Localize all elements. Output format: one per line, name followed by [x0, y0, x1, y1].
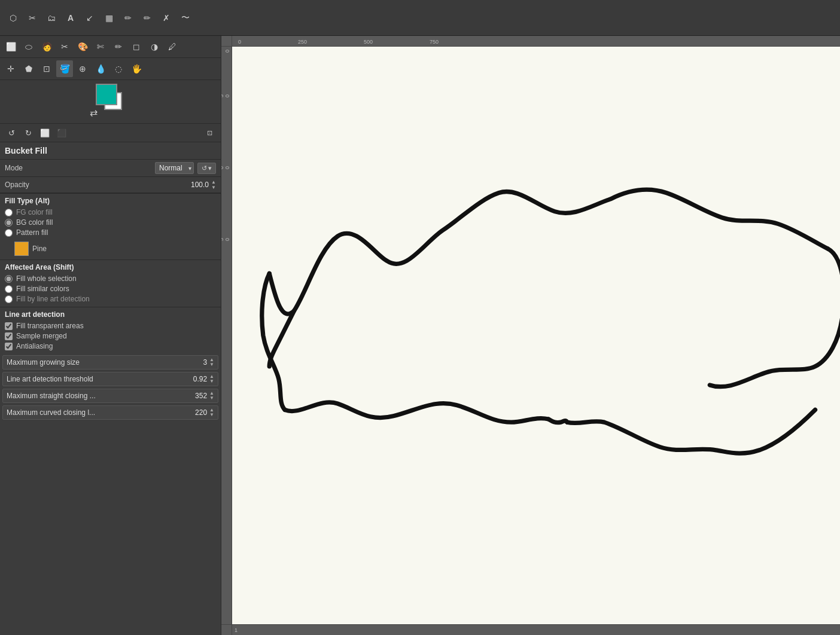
options-color-mode-icon[interactable]: ⬜ [38, 126, 51, 139]
tool-icon-fuzzy-select[interactable]: ✂ [56, 38, 73, 55]
toolbar-icon-2[interactable]: ✂ [24, 10, 41, 26]
toolbar-icon-5[interactable]: ↙ [81, 10, 98, 26]
color-area: ⇄ [0, 80, 221, 124]
toolbar-icon-3[interactable]: 🗂 [43, 10, 60, 26]
canvas-area[interactable]: 0 250 500 750 0 250 500 750 1 [221, 36, 840, 635]
pattern-swatch-row[interactable]: Pine [0, 240, 221, 260]
pattern-swatch[interactable] [14, 242, 29, 256]
canvas-white[interactable] [232, 47, 840, 624]
tool-name: Bucket Fill [0, 142, 221, 160]
fill-type-pattern-radio[interactable] [5, 229, 13, 237]
main-area: ⬜ ⬭ 🧑 ✂ 🎨 ✄ ✏ ◻ ◑ 🖊 ✛ ⬟ ⊡ 🪣 ⊕ 💧 ◌ 🖐 [0, 36, 840, 635]
affected-similar-item[interactable]: Fill similar colors [5, 285, 216, 293]
checkbox-transparent[interactable] [5, 322, 13, 330]
spinbox-curved-down[interactable]: ▼ [209, 413, 214, 417]
tool-icon-bucket-fill[interactable]: 🪣 [56, 60, 73, 77]
tool-icon-blur[interactable]: ◌ [110, 60, 127, 77]
mode-reset-button[interactable]: ↺ ▾ [197, 163, 216, 174]
tool-icon-scissors[interactable]: ✄ [92, 38, 109, 55]
toolbar-icon-6[interactable]: ▦ [101, 10, 117, 26]
tool-icon-select-color[interactable]: 🎨 [74, 38, 91, 55]
checkbox-antialiasing[interactable] [5, 343, 13, 350]
toolbar-icon-9[interactable]: ✗ [158, 10, 175, 26]
opacity-row: Opacity 100.0 ▲ ▼ [0, 177, 221, 193]
spinbox-growing-down[interactable]: ▼ [209, 362, 214, 367]
affected-whole-radio[interactable] [5, 275, 13, 283]
checkbox-transparent-label: Fill transparent areas [16, 322, 84, 330]
spinbox-growing-size[interactable]: Maximum growing size 3 ▲ ▼ [2, 355, 218, 370]
affected-lineart-item[interactable]: Fill by line art detection [5, 295, 216, 303]
tool-icons-row-1: ⬜ ⬭ 🧑 ✂ 🎨 ✄ ✏ ◻ ◑ 🖊 [0, 36, 221, 58]
toolbar-icon-10[interactable]: 〜 [177, 10, 194, 26]
tool-icon-erase[interactable]: ◻ [128, 38, 145, 55]
options-undo-icon[interactable]: ↺ [5, 126, 18, 139]
spinbox-threshold-down[interactable]: ▼ [209, 379, 214, 384]
spinbox-straight-down[interactable]: ▼ [209, 396, 214, 401]
drawing-upper-wave [269, 190, 827, 314]
toolbar-icon-7[interactable]: ✏ [120, 10, 136, 26]
mode-label: Mode [5, 164, 155, 172]
opacity-up-arrow[interactable]: ▲ [211, 179, 216, 185]
options-display-icon[interactable]: ⬛ [55, 126, 68, 139]
ruler-v-500: 500 [221, 166, 230, 169]
affected-similar-radio[interactable] [5, 285, 13, 293]
ruler-v-250: 250 [221, 94, 230, 97]
ruler-h-250: 250 [298, 39, 307, 45]
toolbar-icon-4[interactable]: A [62, 10, 79, 26]
ruler-left: 0 250 500 750 [221, 47, 232, 624]
pattern-name: Pine [32, 245, 47, 253]
checkbox-transparent-item[interactable]: Fill transparent areas [5, 322, 216, 330]
opacity-down-arrow[interactable]: ▼ [211, 185, 216, 190]
tool-icon-select-rect[interactable]: ⬜ [2, 38, 19, 55]
tool-icon-ink[interactable]: 🖊 [164, 38, 181, 55]
spinbox-growing-value: 3 [183, 358, 207, 367]
spinbox-straight-arrows: ▲ ▼ [209, 391, 214, 401]
checkbox-merged-item[interactable]: Sample merged [5, 332, 216, 340]
drawing-gap-connector [549, 419, 567, 423]
line-art-checkbox-group: Fill transparent areas Sample merged Ant… [0, 320, 221, 354]
tool-icon-move[interactable]: ✛ [2, 60, 19, 77]
ruler-bottom: 1 [232, 624, 840, 635]
checkbox-merged[interactable] [5, 332, 13, 340]
fill-type-pattern-item[interactable]: Pattern fill [5, 228, 216, 237]
spinbox-threshold[interactable]: Line art detection threshold 0.92 ▲ ▼ [2, 372, 218, 386]
checkbox-merged-label: Sample merged [16, 332, 67, 340]
tool-icon-pencil[interactable]: ✏ [110, 38, 127, 55]
affected-lineart-radio[interactable] [5, 295, 13, 303]
fill-type-fg-radio[interactable] [5, 209, 13, 216]
fill-type-radio-group: FG color fill BG color fill Pattern fill [0, 207, 221, 240]
tool-icon-clone[interactable]: 💧 [92, 60, 109, 77]
tool-icon-smudge[interactable]: 🖐 [128, 60, 145, 77]
mode-select-wrap[interactable]: Normal [155, 162, 194, 174]
tool-icon-crop[interactable]: ⊡ [38, 60, 55, 77]
checkbox-antialiasing-item[interactable]: Antialiasing [5, 342, 216, 350]
spinbox-growing-label: Maximum growing size [7, 358, 183, 367]
fill-type-bg-radio[interactable] [5, 219, 13, 227]
toolbar-icon-8[interactable]: ✏ [139, 10, 156, 26]
spinbox-curved-closing[interactable]: Maximum curved closing l... 220 ▲ ▼ [2, 405, 218, 420]
fg-color-swatch[interactable] [96, 84, 117, 105]
tool-icon-dodge-burn[interactable]: ◑ [146, 38, 163, 55]
options-redo-icon[interactable]: ↻ [22, 126, 35, 139]
mode-select[interactable]: Normal [155, 162, 194, 174]
spinbox-straight-closing[interactable]: Maximum straight closing ... 352 ▲ ▼ [2, 389, 218, 403]
affected-whole-item[interactable]: Fill whole selection [5, 274, 216, 283]
tool-icon-select-person[interactable]: 🧑 [38, 38, 55, 55]
fill-type-fg-label: FG color fill [16, 208, 53, 216]
affected-whole-label: Fill whole selection [16, 274, 77, 283]
ruler-v-750: 750 [221, 238, 230, 241]
line-art-section-label: Line art detection [0, 307, 221, 320]
fill-type-fg-item[interactable]: FG color fill [5, 208, 216, 216]
mode-reset-chevron: ▾ [208, 164, 212, 172]
swap-colors-icon[interactable]: ⇄ [90, 107, 98, 118]
tool-icon-select-ellipse[interactable]: ⬭ [20, 38, 37, 55]
fill-type-bg-item[interactable]: BG color fill [5, 218, 216, 227]
drawing-upper-left-branch [269, 311, 294, 367]
spinbox-threshold-value: 0.92 [183, 375, 207, 383]
opacity-label: Opacity [5, 181, 191, 189]
options-expand-btn[interactable]: ⊡ [203, 126, 216, 139]
toolbar-icon-1[interactable]: ⬡ [5, 10, 22, 26]
tool-icon-heal[interactable]: ⊕ [74, 60, 91, 77]
ruler-h-0: 0 [238, 39, 241, 45]
tool-icon-align[interactable]: ⬟ [20, 60, 37, 77]
